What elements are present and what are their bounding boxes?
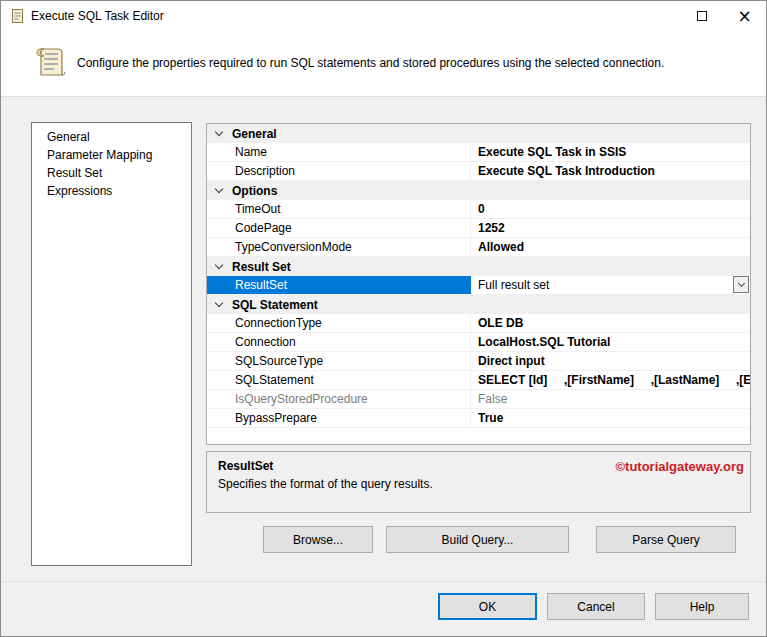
window-title: Execute SQL Task Editor: [31, 9, 164, 23]
property-row-timeout[interactable]: TimeOut0: [207, 200, 750, 219]
property-value[interactable]: True: [471, 409, 750, 427]
execute-sql-task-editor-dialog: Execute SQL Task Editor × Configure the …: [0, 0, 767, 637]
property-row-name[interactable]: NameExecute SQL Task in SSIS: [207, 143, 750, 162]
build-query-button[interactable]: Build Query...: [386, 526, 569, 553]
property-value[interactable]: SELECT [Id] ,[FirstName] ,[LastName] ,[E…: [471, 371, 750, 389]
property-name: BypassPrepare: [207, 409, 471, 427]
property-name: ConnectionType: [207, 314, 471, 332]
collapse-chevron-icon[interactable]: [215, 299, 223, 307]
property-name: Description: [207, 162, 471, 180]
help-button[interactable]: Help: [655, 593, 749, 620]
property-name: Connection: [207, 333, 471, 351]
sidebar-item-result-set[interactable]: Result Set: [32, 164, 191, 182]
property-name: Name: [207, 143, 471, 161]
property-description-panel: ResultSet Specifies the format of the qu…: [206, 451, 751, 513]
category-row-sql-statement[interactable]: SQL Statement: [207, 295, 750, 314]
property-value[interactable]: Full result set: [471, 276, 750, 294]
chevron-down-icon: [737, 280, 744, 287]
collapse-chevron-icon[interactable]: [215, 185, 223, 193]
category-row-general[interactable]: General: [207, 124, 750, 143]
task-scroll-icon: [9, 8, 25, 24]
browse-button[interactable]: Browse...: [263, 526, 373, 553]
category-label: SQL Statement: [232, 298, 318, 312]
property-row-connection[interactable]: ConnectionLocalHost.SQL Tutorial: [207, 333, 750, 352]
property-name: SQLSourceType: [207, 352, 471, 370]
property-row-bypassprepare[interactable]: BypassPrepareTrue: [207, 409, 750, 428]
property-row-sqlsourcetype[interactable]: SQLSourceTypeDirect input: [207, 352, 750, 371]
property-row-resultset[interactable]: ResultSetFull result set: [207, 276, 750, 295]
sidebar-item-parameter-mapping[interactable]: Parameter Mapping: [32, 146, 191, 164]
pages-list: GeneralParameter MappingResult SetExpres…: [31, 122, 192, 566]
property-value[interactable]: 1252: [471, 219, 750, 237]
sidebar-item-general[interactable]: General: [32, 128, 191, 146]
window-controls: ×: [680, 1, 766, 31]
property-value[interactable]: Execute SQL Task in SSIS: [471, 143, 750, 161]
property-row-codepage[interactable]: CodePage1252: [207, 219, 750, 238]
property-value[interactable]: False: [471, 390, 750, 408]
property-row-typeconversionmode[interactable]: TypeConversionModeAllowed: [207, 238, 750, 257]
property-row-isquerystoredprocedure[interactable]: IsQueryStoredProcedureFalse: [207, 390, 750, 409]
property-row-connectiontype[interactable]: ConnectionTypeOLE DB: [207, 314, 750, 333]
maximize-icon: [697, 11, 707, 21]
property-name: ResultSet: [207, 276, 471, 294]
category-label: Result Set: [232, 260, 291, 274]
selected-property-name: ResultSet: [218, 459, 273, 473]
category-label: Options: [232, 184, 277, 198]
property-name: SQLStatement: [207, 371, 471, 389]
property-name: TypeConversionMode: [207, 238, 471, 256]
property-value[interactable]: LocalHost.SQL Tutorial: [471, 333, 750, 351]
collapse-chevron-icon[interactable]: [215, 128, 223, 136]
property-name: TimeOut: [207, 200, 471, 218]
property-value[interactable]: Direct input: [471, 352, 750, 370]
watermark-text: ©tutorialgateway.org: [615, 459, 744, 474]
property-row-description[interactable]: DescriptionExecute SQL Task Introduction: [207, 162, 750, 181]
property-value[interactable]: OLE DB: [471, 314, 750, 332]
property-name: IsQueryStoredProcedure: [207, 390, 471, 408]
category-label: General: [232, 127, 277, 141]
collapse-chevron-icon[interactable]: [215, 261, 223, 269]
property-grid: GeneralNameExecute SQL Task in SSISDescr…: [206, 123, 751, 445]
selected-property-description: Specifies the format of the query result…: [218, 477, 433, 491]
sidebar-item-expressions[interactable]: Expressions: [32, 182, 191, 200]
close-icon: ×: [737, 8, 751, 25]
property-name: CodePage: [207, 219, 471, 237]
parse-query-button[interactable]: Parse Query: [596, 526, 736, 553]
dialog-description: Configure the properties required to run…: [77, 56, 737, 70]
property-value[interactable]: 0: [471, 200, 750, 218]
dialog-header: Configure the properties required to run…: [1, 31, 766, 97]
cancel-button[interactable]: Cancel: [547, 593, 645, 620]
category-row-options[interactable]: Options: [207, 181, 750, 200]
title-bar[interactable]: Execute SQL Task Editor ×: [1, 1, 766, 31]
close-button[interactable]: ×: [723, 1, 766, 31]
ok-button[interactable]: OK: [438, 593, 537, 620]
category-row-result-set[interactable]: Result Set: [207, 257, 750, 276]
maximize-button[interactable]: [680, 1, 723, 31]
footer-divider: [1, 581, 766, 582]
property-value[interactable]: Allowed: [471, 238, 750, 256]
property-value[interactable]: Execute SQL Task Introduction: [471, 162, 750, 180]
execute-sql-task-icon: [31, 44, 67, 80]
resultset-dropdown-button[interactable]: [733, 276, 749, 293]
property-row-sqlstatement[interactable]: SQLStatementSELECT [Id] ,[FirstName] ,[L…: [207, 371, 750, 390]
